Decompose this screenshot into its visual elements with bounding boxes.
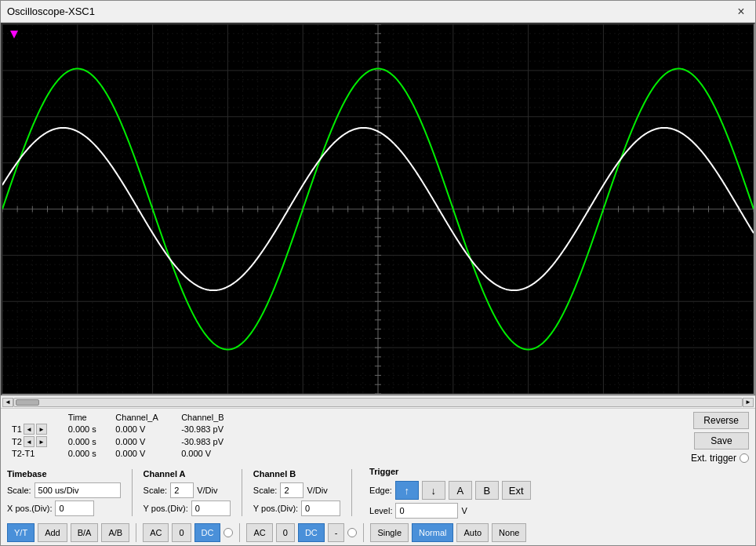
scroll-right-arrow[interactable]: ► xyxy=(743,398,754,407)
timebase-scale-row: Scale: xyxy=(7,482,121,498)
timebase-scale-input[interactable] xyxy=(35,482,121,498)
col-header-ch-a: Channel_A xyxy=(111,412,176,423)
channel-a-coupling-radio[interactable] xyxy=(224,528,233,537)
measurement-time-0: 0.000 s xyxy=(64,423,111,435)
measurement-row: T2-T10.000 s0.000 V0.000 V xyxy=(7,448,242,459)
channel-b-minus-btn[interactable]: - xyxy=(328,523,345,542)
channel-b-coupling: AC 0 DC - xyxy=(246,523,357,542)
scrollbar-thumb[interactable] xyxy=(16,399,39,406)
timebase-xpos-row: X pos.(Div): xyxy=(7,500,121,516)
measurement-row-label-0: T1 xyxy=(12,424,22,434)
trigger-none-btn[interactable]: None xyxy=(492,523,526,542)
t1-next-btn[interactable]: ► xyxy=(36,424,47,435)
channel-b-ypos-row: Y pos.(Div): xyxy=(253,500,340,516)
reverse-button[interactable]: Reverse xyxy=(693,412,749,429)
col-header-time: Time xyxy=(64,412,111,423)
trigger-auto-btn[interactable]: Auto xyxy=(456,523,489,542)
channel-a-scale-unit: V/Div xyxy=(197,486,217,495)
row3-div3 xyxy=(363,523,364,542)
titlebar: Oscilloscope-XSC1 × xyxy=(1,1,755,23)
t2-next-btn[interactable]: ► xyxy=(36,436,47,447)
btn-ba[interactable]: B/A xyxy=(71,523,99,542)
btn-ab[interactable]: A/B xyxy=(101,523,129,542)
trigger-edge-a[interactable]: A xyxy=(449,481,472,500)
channel-a-scale-input1[interactable] xyxy=(170,482,194,498)
trigger-single-btn[interactable]: Single xyxy=(370,523,409,542)
trigger-level-input[interactable] xyxy=(395,503,458,519)
timebase-group: Timebase Scale: X pos.(Div): xyxy=(7,469,121,516)
oscilloscope-window: Oscilloscope-XSC1 × ◄ ► Time Channel xyxy=(0,0,756,546)
trigger-mode-section: Single Normal Auto None xyxy=(370,523,526,542)
channel-a-ac-btn[interactable]: AC xyxy=(143,523,169,542)
channel-b-ypos-input[interactable] xyxy=(301,500,340,516)
measurement-ch_b-2: 0.000 V xyxy=(176,448,242,459)
timebase-label: Timebase xyxy=(7,469,121,479)
channel-b-group: Channel B Scale: V/Div Y pos.(Div): xyxy=(253,469,340,516)
col-header-label xyxy=(7,412,64,423)
channel-b-0-btn[interactable]: 0 xyxy=(276,523,295,542)
waveform-canvas xyxy=(2,24,754,394)
right-buttons: Reverse Save Ext. trigger xyxy=(691,412,749,464)
trigger-level-label: Level: xyxy=(369,506,392,515)
trigger-edge-ext[interactable]: Ext xyxy=(502,481,531,500)
ext-trigger-row: Ext. trigger xyxy=(691,453,749,464)
channel-b-ac-btn[interactable]: AC xyxy=(246,523,272,542)
measurement-time-1: 0.000 s xyxy=(64,435,111,448)
channel-b-dc-btn[interactable]: DC xyxy=(298,523,325,542)
channel-b-scale-label: Scale: xyxy=(253,486,278,495)
save-button[interactable]: Save xyxy=(694,432,749,450)
scope-display xyxy=(1,23,755,395)
divider2 xyxy=(242,469,242,516)
controls-row3: Y/T Add B/A A/B AC 0 DC AC 0 DC - xyxy=(7,522,749,542)
channel-b-scale-input1[interactable] xyxy=(280,482,303,498)
channel-a-ypos-label: Y pos.(Div): xyxy=(144,504,188,513)
channel-a-ypos-input[interactable] xyxy=(191,500,231,516)
scrollbar-track[interactable] xyxy=(13,398,743,407)
row3-div2 xyxy=(239,523,240,542)
controls-row1: Time Channel_A Channel_B T1◄►0.000 s0.00… xyxy=(7,412,749,464)
channel-a-coupling: AC 0 DC xyxy=(143,523,233,542)
display-mode-section: Y/T Add B/A A/B xyxy=(7,523,129,542)
channel-b-scale-unit: V/Div xyxy=(307,486,327,495)
btn-add[interactable]: Add xyxy=(38,523,67,542)
timebase-xpos-input[interactable] xyxy=(55,500,94,516)
divider3 xyxy=(351,469,352,516)
measurement-ch_a-1: 0.000 V xyxy=(111,435,176,448)
channel-a-scale-row: Scale: V/Div xyxy=(144,482,231,498)
window-title: Oscilloscope-XSC1 xyxy=(7,5,95,17)
measurement-row: T2◄►0.000 s0.000 V-30.983 pV xyxy=(7,435,242,448)
trigger-edge-label: Edge: xyxy=(369,486,392,495)
trigger-level-unit: V xyxy=(461,506,467,515)
trigger-normal-btn[interactable]: Normal xyxy=(412,523,453,542)
t2-prev-btn[interactable]: ◄ xyxy=(24,436,35,447)
trigger-label: Trigger xyxy=(369,467,531,476)
timebase-xpos-label: X pos.(Div): xyxy=(7,504,52,513)
trigger-edge-row: Edge: ↑ ↓ A B Ext xyxy=(369,481,531,500)
channel-a-group: Channel A Scale: V/Div Y pos.(Div): xyxy=(144,469,231,516)
t1-prev-btn[interactable]: ◄ xyxy=(24,424,35,435)
trigger-level-row: Level: V xyxy=(369,503,531,519)
trigger-group: Trigger Edge: ↑ ↓ A B Ext Level: V xyxy=(369,467,531,519)
channel-a-label: Channel A xyxy=(144,469,231,479)
measurement-ch_a-0: 0.000 V xyxy=(111,423,176,435)
divider1 xyxy=(132,469,133,516)
trigger-edge-b[interactable]: B xyxy=(475,481,499,500)
channel-a-dc-btn[interactable]: DC xyxy=(194,523,221,542)
channel-a-ypos-row: Y pos.(Div): xyxy=(144,500,231,516)
measurement-row-label-2: T2-T1 xyxy=(12,449,35,458)
close-button[interactable]: × xyxy=(733,4,749,20)
channel-b-ypos-label: Y pos.(Div): xyxy=(253,504,298,513)
trigger-edge-rising[interactable]: ↑ xyxy=(395,481,419,500)
measurement-panel: Time Channel_A Channel_B T1◄►0.000 s0.00… xyxy=(7,412,242,459)
btn-yt[interactable]: Y/T xyxy=(7,523,35,542)
trigger-edge-falling[interactable]: ↓ xyxy=(422,481,445,500)
scroll-left-arrow[interactable]: ◄ xyxy=(2,398,13,407)
controls-area: Time Channel_A Channel_B T1◄►0.000 s0.00… xyxy=(1,408,755,545)
channel-b-label: Channel B xyxy=(253,469,340,479)
channel-a-0-btn[interactable]: 0 xyxy=(172,523,191,542)
measurement-table: Time Channel_A Channel_B T1◄►0.000 s0.00… xyxy=(7,412,242,459)
col-header-ch-b: Channel_B xyxy=(176,412,242,423)
channel-b-scale-row: Scale: V/Div xyxy=(253,482,340,498)
channel-b-coupling-radio[interactable] xyxy=(347,528,357,537)
ext-trigger-radio[interactable] xyxy=(740,453,749,463)
